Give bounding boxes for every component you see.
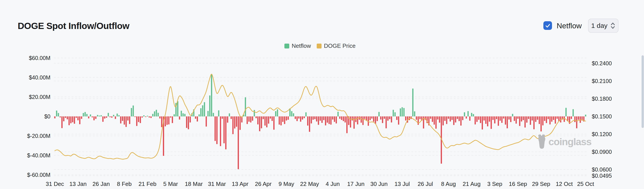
page-scrollbar-thumb[interactable]	[642, 55, 644, 128]
netflow-bar	[436, 116, 436, 129]
netflow-bar	[266, 116, 268, 127]
netflow-bar	[434, 116, 435, 125]
netflow-bar	[122, 116, 123, 121]
netflow-bar	[437, 116, 438, 119]
coinglass-watermark-text: coinglass	[548, 136, 591, 148]
netflow-bar	[161, 116, 162, 127]
netflow-bar	[174, 114, 175, 116]
netflow-bar	[391, 116, 392, 122]
netflow-bar	[540, 116, 542, 131]
netflow-bar	[200, 108, 202, 116]
netflow-bar	[129, 116, 130, 124]
netflow-bar	[338, 112, 338, 116]
netflow-bar	[444, 116, 446, 121]
netflow-bar	[336, 116, 337, 123]
netflow-bar	[158, 113, 158, 116]
netflow-bar	[311, 116, 312, 123]
y-axis-label-right: $0.0600	[592, 166, 612, 173]
netflow-bar	[154, 111, 155, 116]
netflow-bar	[325, 116, 326, 125]
netflow-bar	[402, 107, 403, 116]
netflow-bar	[548, 116, 549, 119]
netflow-bar	[516, 116, 516, 124]
netflow-bar	[214, 116, 216, 141]
netflow-bar	[496, 116, 497, 119]
netflow-bar	[566, 108, 566, 116]
netflow-bar	[284, 116, 285, 124]
y-axis-label-left: $-60.00M	[27, 172, 50, 178]
netflow-bar	[229, 113, 230, 116]
netflow-bar	[300, 116, 301, 122]
netflow-bar	[273, 116, 274, 130]
netflow-bar	[211, 74, 212, 116]
netflow-bar	[298, 116, 300, 119]
y-axis-label-right: $0.1800	[592, 96, 612, 102]
netflow-bar	[386, 116, 386, 128]
netflow-bar	[291, 111, 292, 116]
netflow-bar	[537, 116, 538, 120]
x-axis-label: 9 May	[279, 180, 294, 187]
netflow-bar	[272, 116, 273, 121]
netflow-bar	[92, 116, 93, 117]
netflow-bar	[245, 97, 246, 116]
netflow-bar	[346, 116, 348, 133]
netflow-bar	[86, 114, 87, 116]
netflow-bar	[259, 116, 260, 131]
netflow-bar	[108, 113, 109, 116]
netflow-bar	[448, 116, 449, 119]
netflow-bar	[90, 114, 91, 116]
netflow-bar	[521, 116, 522, 121]
netflow-bar	[482, 116, 483, 129]
netflow-bar	[416, 116, 417, 120]
netflow-bar	[208, 111, 208, 116]
netflow-bar	[261, 116, 262, 128]
netflow-bar	[195, 116, 196, 119]
netflow-bar	[534, 116, 534, 129]
netflow-bar	[79, 116, 80, 124]
netflow-price-chart[interactable]: $60.00M$40.00M$20.00M$0$-20.00M$-40.00M$…	[0, 0, 644, 189]
netflow-bar	[280, 116, 282, 125]
netflow-bar	[236, 116, 237, 127]
netflow-bar	[254, 110, 255, 116]
netflow-bar	[501, 116, 502, 123]
netflow-bar	[341, 116, 342, 120]
netflow-bar	[458, 116, 460, 121]
x-axis-label: 8 Aug	[441, 180, 456, 187]
netflow-bar	[330, 116, 332, 125]
netflow-bar	[142, 116, 143, 117]
netflow-bar	[220, 116, 221, 146]
netflow-bar	[102, 116, 104, 122]
netflow-bar	[585, 115, 586, 116]
netflow-bar	[323, 116, 324, 120]
netflow-bar	[256, 116, 256, 118]
netflow-bar	[578, 116, 579, 120]
netflow-bar	[62, 116, 62, 128]
netflow-bar	[489, 116, 490, 122]
x-axis-label: 29 Sep	[532, 180, 550, 187]
netflow-bar	[350, 116, 351, 127]
netflow-bar	[371, 116, 372, 119]
netflow-bar	[223, 116, 224, 143]
netflow-bar	[494, 116, 496, 123]
netflow-bar	[296, 116, 298, 121]
x-axis-label: 31 Dec	[46, 180, 64, 187]
netflow-bar	[231, 116, 232, 119]
netflow-bar	[136, 116, 137, 126]
netflow-bar	[469, 116, 470, 121]
netflow-bar	[432, 116, 433, 122]
y-axis-label-right: $0.1200	[592, 131, 612, 137]
netflow-bar	[83, 113, 84, 116]
y-axis-label-left: $-20.00M	[27, 133, 50, 139]
netflow-bar	[389, 116, 390, 119]
netflow-bar	[544, 116, 545, 121]
netflow-bar	[364, 116, 365, 119]
netflow-bar	[93, 116, 94, 120]
x-axis-label: 8 Feb	[117, 180, 132, 187]
netflow-bar	[70, 116, 72, 123]
netflow-bar	[564, 116, 565, 122]
netflow-bar	[65, 116, 66, 118]
netflow-bar	[327, 116, 328, 123]
netflow-bar	[460, 116, 462, 125]
netflow-bar	[320, 116, 321, 121]
netflow-bar	[539, 116, 540, 124]
